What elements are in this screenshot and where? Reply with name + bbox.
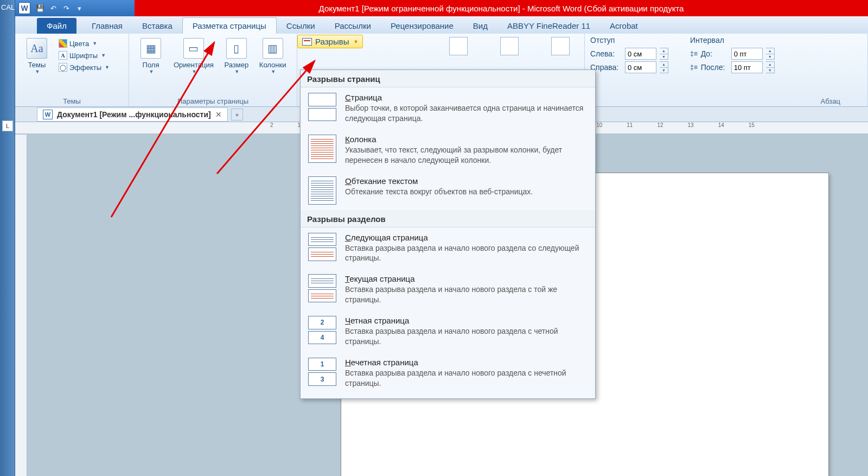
undo-button[interactable]: ↶ bbox=[48, 3, 59, 14]
breaks-section-section-breaks: Разрывы разделов bbox=[301, 210, 595, 227]
page-borders-icon[interactable] bbox=[551, 37, 570, 55]
orientation-label: Ориентация bbox=[174, 61, 214, 69]
tab-view[interactable]: Вид bbox=[463, 18, 497, 34]
breaks-label: Разрывы bbox=[315, 37, 349, 46]
vertical-ruler[interactable] bbox=[15, 135, 27, 476]
size-button[interactable]: ▯Размер▼ bbox=[220, 36, 253, 105]
margins-button[interactable]: ▦Поля▼ bbox=[135, 36, 167, 105]
orientation-icon: ▭ bbox=[183, 38, 204, 59]
themes-label: Темы bbox=[28, 61, 46, 69]
spacing-before-spinner[interactable]: ▲▼ bbox=[766, 48, 775, 60]
theme-fonts-button[interactable]: AШрифты▼ bbox=[56, 50, 112, 61]
indent-left-input[interactable] bbox=[625, 48, 656, 60]
break-option-desc: Вставка разрыва раздела и начало нового … bbox=[345, 284, 588, 305]
fonts-label: Шрифты bbox=[69, 52, 98, 60]
spacing-title: Интервал bbox=[690, 36, 775, 45]
chevron-down-icon: ▼ bbox=[92, 41, 97, 46]
save-button[interactable]: 💾 bbox=[35, 3, 46, 14]
tab-review[interactable]: Рецензирование bbox=[381, 18, 463, 34]
close-document-button[interactable]: ✕ bbox=[215, 110, 222, 119]
spacing-after-input[interactable] bbox=[731, 61, 763, 73]
page-color-icon[interactable] bbox=[500, 37, 519, 55]
breaks-dropdown: Разрывы страниц СтраницаВыбор точки, в к… bbox=[300, 69, 596, 399]
colors-icon bbox=[59, 39, 67, 48]
themes-icon: Aa bbox=[27, 38, 47, 59]
breaks-option-1-1[interactable]: КолонкаУказывает, что текст, следующий з… bbox=[301, 129, 595, 171]
break-option-title: Следующая страница bbox=[345, 233, 588, 242]
columns-button[interactable]: ▥Колонки▼ bbox=[256, 36, 290, 105]
theme-colors-button[interactable]: Цвета▼ bbox=[56, 38, 112, 49]
size-icon: ▯ bbox=[226, 38, 247, 59]
break-option-desc: Вставка разрыва раздела и начало нового … bbox=[345, 326, 588, 347]
spacing-after-spinner[interactable]: ▲▼ bbox=[766, 61, 775, 73]
chevron-down-icon: ▼ bbox=[271, 69, 276, 74]
chevron-down-icon: ▼ bbox=[35, 69, 40, 74]
themes-group-label: Темы bbox=[15, 97, 129, 105]
indent-title: Отступ bbox=[590, 36, 668, 45]
themes-button[interactable]: Aa Темы ▼ bbox=[21, 36, 53, 105]
document-tab[interactable]: W Документ1 [Режим ...функциональности] … bbox=[37, 107, 228, 122]
breaks-option-2-3[interactable]: 13Нечетная страницаВставка разрыва разде… bbox=[301, 352, 595, 394]
break-option-title: Обтекание текстом bbox=[345, 176, 588, 186]
window-title: Документ1 [Режим ограниченной функционал… bbox=[135, 0, 868, 16]
tab-insert[interactable]: Вставка bbox=[132, 18, 182, 34]
tab-file[interactable]: Файл bbox=[37, 18, 76, 34]
effects-label: Эффекты bbox=[69, 64, 101, 72]
tab-home[interactable]: Главная bbox=[82, 18, 132, 34]
breaks-option-2-1[interactable]: Текущая страницаВставка разрыва раздела … bbox=[301, 269, 595, 310]
chevron-down-icon: ▼ bbox=[149, 69, 154, 74]
tab-finereader[interactable]: ABBYY FineReader 11 bbox=[497, 18, 600, 34]
title-bar: W 💾 ↶ ↷ ▾ Документ1 [Режим ограниченной … bbox=[15, 0, 868, 16]
indent-left-label: Слева: bbox=[590, 49, 622, 58]
break-option-desc: Обтекание текста вокруг объектов на веб-… bbox=[345, 187, 588, 197]
fonts-icon: A bbox=[59, 51, 67, 60]
indent-left-spinner[interactable]: ▲▼ bbox=[660, 48, 668, 60]
redo-button[interactable]: ↷ bbox=[61, 3, 72, 14]
word-app-icon[interactable]: W bbox=[18, 2, 30, 14]
spacing-before-label: До: bbox=[701, 49, 728, 58]
ribbon-tab-bar: Файл Главная Вставка Разметка страницы С… bbox=[15, 16, 868, 34]
chevron-down-icon: ▼ bbox=[101, 53, 106, 58]
orientation-button[interactable]: ▭Ориентация▼ bbox=[170, 36, 217, 105]
new-document-tab[interactable]: ▫ bbox=[231, 109, 243, 120]
tab-acrobat[interactable]: Acrobat bbox=[600, 18, 648, 34]
tab-selector[interactable]: L bbox=[2, 120, 13, 131]
breaks-option-2-2[interactable]: 24Четная страницаВставка разрыва раздела… bbox=[301, 310, 595, 352]
break-option-icon bbox=[308, 176, 336, 205]
effects-icon: ◯ bbox=[59, 63, 67, 72]
margins-icon: ▦ bbox=[141, 38, 161, 59]
columns-icon: ▥ bbox=[263, 38, 283, 59]
indent-right-input[interactable] bbox=[625, 61, 656, 73]
margins-label: Поля bbox=[143, 61, 159, 69]
tab-references[interactable]: Ссылки bbox=[277, 18, 325, 34]
indent-right-spinner[interactable]: ▲▼ bbox=[660, 61, 668, 73]
breaks-section-page-breaks: Разрывы страниц bbox=[301, 70, 595, 87]
tab-page-layout[interactable]: Разметка страницы bbox=[182, 17, 277, 34]
chevron-down-icon: ▼ bbox=[192, 69, 196, 74]
break-option-desc: Указывает, что текст, следующий за разры… bbox=[345, 145, 588, 166]
break-option-icon bbox=[308, 135, 336, 163]
breaks-option-1-2[interactable]: Обтекание текстомОбтекание текста вокруг… bbox=[301, 171, 595, 210]
page-setup-group-label: Параметры страницы bbox=[129, 97, 297, 105]
qat-more[interactable]: ▾ bbox=[74, 3, 85, 14]
paragraph-group-label: Абзац bbox=[821, 97, 840, 105]
breaks-button[interactable]: Разрывы ▼ bbox=[297, 35, 363, 48]
break-option-icon bbox=[308, 274, 336, 302]
left-app-label: CAL bbox=[0, 0, 15, 15]
break-option-icon: 24 bbox=[308, 316, 336, 344]
chevron-down-icon: ▼ bbox=[234, 69, 239, 74]
break-option-icon bbox=[308, 233, 336, 261]
left-app-strip: CAL bbox=[0, 0, 15, 476]
document-tab-label: Документ1 [Режим ...функциональности] bbox=[57, 110, 211, 119]
theme-effects-button[interactable]: ◯Эффекты▼ bbox=[56, 62, 112, 73]
breaks-option-1-0[interactable]: СтраницаВыбор точки, в которой заканчива… bbox=[301, 87, 595, 129]
tab-mailings[interactable]: Рассылки bbox=[325, 18, 381, 34]
break-option-desc: Вставка разрыва раздела и начало нового … bbox=[345, 243, 588, 264]
watermark-icon[interactable] bbox=[449, 37, 468, 55]
spacing-before-input[interactable] bbox=[731, 48, 763, 60]
break-option-title: Страница bbox=[345, 93, 588, 102]
breaks-option-2-0[interactable]: Следующая страницаВставка разрыва раздел… bbox=[301, 227, 595, 269]
break-option-icon: 13 bbox=[308, 358, 336, 386]
size-label: Размер bbox=[224, 61, 248, 69]
chevron-down-icon: ▼ bbox=[353, 39, 358, 45]
